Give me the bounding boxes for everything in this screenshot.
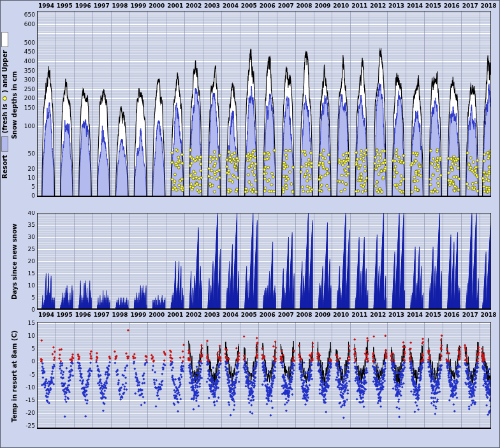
snow-axis-title-fresh-prefix: (fresh is bbox=[1, 104, 8, 134]
snow-history-chart: Resort (fresh is ) and Upper Snow depths… bbox=[0, 0, 500, 448]
temp-axis-title: Temp in resort at 8am (C) bbox=[11, 321, 18, 431]
snow-axis-title-resort: Resort bbox=[1, 155, 8, 178]
snow-axis-subtitle: Snow depths in cm bbox=[11, 12, 18, 198]
snow-axis-title-fresh-suffix: ) and Upper bbox=[1, 50, 8, 93]
resort-color-swatch bbox=[1, 136, 8, 152]
fresh-snow-dot-icon bbox=[3, 96, 7, 101]
temperature-panel-canvas bbox=[1, 321, 500, 448]
days-since-snow-panel-canvas bbox=[1, 211, 500, 321]
snow-depth-panel-canvas bbox=[1, 1, 500, 211]
dsns-axis-title: Days since new snow bbox=[11, 213, 18, 310]
upper-color-swatch bbox=[1, 32, 8, 47]
snow-axis-title: Resort (fresh is ) and Upper bbox=[1, 12, 8, 198]
